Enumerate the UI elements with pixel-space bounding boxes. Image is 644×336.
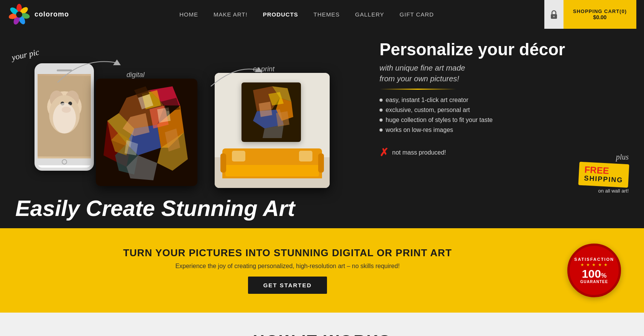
plus-label: plus: [616, 153, 629, 161]
yellow-title: TURN YOUR PICTURES INTO STUNNING DIGITAL…: [23, 247, 552, 259]
shipping-text: SHIPPING: [584, 174, 623, 184]
logo-text: coloromo: [34, 10, 69, 18]
header-right: SHOPPING CART(0) $0.00: [544, 0, 636, 29]
nav-make-art[interactable]: MAKE ART!: [214, 11, 248, 18]
shipping-badge: FREE SHIPPING: [578, 162, 629, 188]
coloromo-logo-icon: [8, 3, 31, 26]
svg-point-8: [16, 12, 22, 18]
nav-products[interactable]: PRODUCTS: [263, 11, 298, 18]
print-art-piece: [215, 73, 330, 188]
bullet-3: [380, 119, 383, 122]
lock-area[interactable]: [544, 0, 564, 29]
hero-right: Personalize your décor with unique fine …: [372, 29, 644, 228]
hero-headline: Easily Create Stunning Art: [15, 196, 364, 221]
badge-100-percent: 100 %: [582, 268, 606, 280]
yellow-subtitle: Experience the joy of creating personali…: [23, 263, 552, 270]
free-shipping-area: plus FREE SHIPPING on all wall art!: [579, 153, 629, 194]
your-pic-label: your pic: [11, 47, 40, 63]
badge-guarantee-text: GUARANTEE: [580, 280, 608, 284]
badge-satisfaction-text: SATISFACTION: [574, 257, 614, 262]
svg-marker-49: [259, 102, 272, 117]
bullet-2: [380, 109, 383, 112]
hero-section: your pic: [0, 29, 644, 228]
hero-left: your pic: [0, 29, 372, 228]
x-mark-icon: ✗: [380, 146, 388, 159]
feature-item-3: huge collection of styles to fit your ta…: [380, 117, 629, 124]
nav-themes[interactable]: THEMES: [314, 11, 340, 18]
get-started-button[interactable]: GET STARTED: [248, 277, 327, 294]
svg-marker-50: [276, 111, 289, 127]
badge-stars: ★ ★ ★ ★ ★: [580, 262, 608, 267]
lock-icon: [550, 10, 558, 20]
on-all-wall-text: on all wall art!: [598, 188, 629, 194]
badge-percent: %: [601, 272, 606, 279]
yellow-section: TURN YOUR PICTURES INTO STUNNING DIGITAL…: [0, 228, 644, 313]
hero-main-title: Personalize your décor: [380, 40, 629, 59]
cart-label: SHOPPING CART(0): [573, 8, 627, 14]
bullet-1: [380, 99, 383, 102]
bullet-4: [380, 128, 383, 132]
how-section: HOW IT WORKS: [0, 313, 644, 336]
feature-list: easy, instant 1-click art creator exclus…: [380, 97, 629, 137]
arrow-1-icon: [54, 52, 130, 90]
not-mass-text: not mass produced!: [392, 149, 446, 156]
feature-item-2: exclusive, custom, personal art: [380, 107, 629, 114]
nav-gift-card[interactable]: GIFT CARD: [399, 11, 434, 18]
yellow-content: TURN YOUR PICTURES INTO STUNNING DIGITAL…: [23, 247, 567, 294]
cart-button[interactable]: SHOPPING CART(0) $0.00: [564, 0, 636, 29]
header: coloromo HOME MAKE ART! PRODUCTS THEMES …: [0, 0, 644, 29]
hero-subtitle: with unique fine art made from your own …: [380, 63, 629, 84]
feature-item-1: easy, instant 1-click art creator: [380, 97, 629, 104]
nav-home[interactable]: HOME: [179, 11, 198, 18]
arrow-2-icon: [207, 59, 264, 90]
digital-art-piece: [96, 79, 197, 186]
satisfaction-badge: SATISFACTION ★ ★ ★ ★ ★ 100 % GUARANTEE: [567, 244, 621, 297]
nav-gallery[interactable]: GALLERY: [355, 11, 384, 18]
svg-point-20: [53, 103, 76, 133]
cart-amount: $0.00: [593, 14, 606, 20]
logo-area[interactable]: coloromo: [8, 3, 69, 26]
badge-100: 100: [582, 268, 601, 280]
svg-rect-10: [553, 16, 555, 17]
how-title: HOW IT WORKS: [23, 332, 621, 336]
feature-item-4: works on low-res images: [380, 127, 629, 133]
main-nav: HOME MAKE ART! PRODUCTS THEMES GALLERY G…: [69, 11, 544, 18]
gold-divider: [380, 89, 456, 90]
